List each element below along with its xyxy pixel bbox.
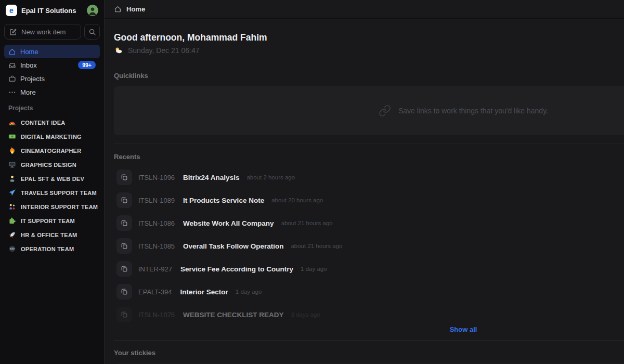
work-item-icon-box — [116, 238, 132, 254]
work-item-title: Bitrix24 Analysis — [183, 174, 239, 181]
work-item-time: about 21 hours ago — [281, 220, 333, 226]
rocket-icon — [8, 231, 16, 239]
work-item-icon-box — [116, 307, 132, 322]
sidebar-item-projects[interactable]: Projects — [4, 72, 100, 85]
work-item-title: Interior Sector — [180, 288, 228, 296]
work-item-title: It Products Service Note — [183, 197, 264, 204]
work-item-title: WEBSITE CHECKLIST READY — [183, 311, 284, 319]
breadcrumb-label: Home — [126, 5, 145, 13]
money-icon — [8, 133, 16, 140]
new-work-item-button[interactable]: New work item — [4, 24, 81, 40]
cloud-sun-icon — [114, 46, 123, 55]
workspace-name: Epal IT Solutions — [21, 7, 83, 15]
work-item-time: 1 day ago — [236, 289, 262, 295]
workspace-logo: e — [6, 5, 17, 16]
sidebar-project-content-idea[interactable]: CONTENT IDEA — [4, 115, 100, 129]
rainbow-icon — [8, 119, 16, 126]
recent-item[interactable]: ITSLN-1089 It Products Service Note abou… — [114, 189, 624, 212]
workspace-switcher[interactable]: e Epal IT Solutions — [4, 1, 100, 20]
monitor-icon — [8, 161, 16, 168]
sidebar-project-graphics-design[interactable]: GRAPHICS DESIGN — [4, 158, 100, 172]
work-item-id: EPALT-394 — [138, 288, 172, 296]
sidebar-projects: CONTENT IDEA DIGITAL MARKETING CINEMATOG… — [4, 115, 100, 256]
sidebar-nav: Home Inbox 99+ Projects More — [4, 45, 100, 99]
recents-list: ITSLN-1096 Bitrix24 Analysis about 2 hou… — [114, 166, 624, 326]
quicklinks-empty-panel[interactable]: Save links to work things that you'd lik… — [114, 86, 624, 135]
stacked-cards-icon — [120, 219, 128, 227]
work-item-id: ITSLN-1085 — [138, 242, 175, 250]
user-avatar[interactable] — [87, 5, 98, 16]
ninja-icon — [8, 245, 16, 253]
recent-item[interactable]: ITSLN-1075 WEBSITE CHECKLIST READY 3 day… — [114, 303, 624, 326]
work-item-time: 3 days ago — [291, 311, 320, 318]
content: Good afternoon, Mohammad Fahim Sunday, D… — [105, 32, 624, 364]
work-item-icon-box — [116, 192, 132, 208]
work-item-title: Overall Task Follow Operation — [183, 242, 283, 250]
sidebar-item-inbox[interactable]: Inbox 99+ — [4, 58, 100, 72]
work-item-title: Website Work All Company — [183, 219, 274, 227]
family-icon — [8, 203, 16, 211]
work-item-id: ITSLN-1086 — [138, 219, 175, 227]
sidebar-project-operation-team[interactable]: OPERATION TEAM — [4, 242, 100, 256]
stickies-title: Your stickies — [114, 349, 624, 357]
work-item-id: ITSLN-1075 — [138, 311, 175, 319]
sidebar-item-more[interactable]: More — [4, 85, 100, 99]
stacked-cards-icon — [120, 310, 128, 319]
work-item-icon-box — [116, 261, 132, 277]
stacked-cards-icon — [120, 242, 128, 250]
recent-item[interactable]: EPALT-394 Interior Sector 1 day ago — [114, 280, 624, 303]
sidebar: e Epal IT Solutions New work item Home I… — [0, 0, 105, 364]
work-item-title: Service Fee According to Country — [180, 265, 293, 273]
section-divider — [114, 144, 624, 144]
projects-section-label: Projects — [4, 99, 100, 115]
briefcase-icon — [8, 75, 16, 83]
sidebar-project-cinematographer[interactable]: CINEMATOGRAPHER — [4, 144, 100, 158]
work-item-icon-box — [116, 170, 132, 185]
home-icon — [114, 5, 122, 13]
work-item-icon-box — [116, 284, 132, 300]
quicklinks-title: Quicklinks — [114, 72, 624, 80]
puzzle-icon — [8, 217, 16, 225]
main-area: Home Good afternoon, Mohammad Fahim Sund… — [105, 0, 624, 364]
new-work-item-label: New work item — [21, 28, 66, 36]
sidebar-project-it-support-team[interactable]: IT SUPPORT TEAM — [4, 214, 100, 228]
sidebar-project-digital-marketing[interactable]: DIGITAL MARKETING — [4, 129, 100, 144]
fire-icon — [8, 147, 16, 154]
date-row: Sunday, Dec 21 06:47 — [114, 46, 624, 55]
recent-item[interactable]: INTER-927 Service Fee According to Count… — [114, 257, 624, 280]
new-item-row: New work item — [4, 24, 100, 40]
recents-title: Recents — [114, 153, 624, 161]
stacked-cards-icon — [120, 196, 128, 204]
sidebar-project-travels-support-team[interactable]: TRAVELS SUPPORT TEAM — [4, 186, 100, 200]
recent-item[interactable]: ITSLN-1096 Bitrix24 Analysis about 2 hou… — [114, 166, 624, 189]
link-icon — [379, 105, 391, 117]
work-item-time: about 20 hours ago — [271, 197, 323, 203]
show-all-link[interactable]: Show all — [450, 326, 477, 333]
work-item-time: 1 day ago — [301, 266, 327, 272]
work-item-time: about 2 hours ago — [246, 174, 295, 180]
sidebar-project-interior-support-team[interactable]: INTERIOR SUPPORT TEAM — [4, 200, 100, 214]
inbox-icon — [8, 61, 16, 69]
date-text: Sunday, Dec 21 06:47 — [128, 46, 200, 55]
recent-item[interactable]: ITSLN-1086 Website Work All Company abou… — [114, 212, 624, 235]
work-item-id: ITSLN-1096 — [138, 174, 175, 181]
edit-icon — [9, 28, 17, 36]
quicklinks-empty-text: Save links to work things that you'd lik… — [398, 107, 548, 115]
sidebar-project-hr-office-team[interactable]: HR & OFFICE TEAM — [4, 228, 100, 242]
section-divider — [114, 340, 624, 341]
sidebar-item-home[interactable]: Home — [4, 45, 100, 58]
work-item-id: INTER-927 — [138, 265, 172, 273]
work-item-icon-box — [116, 215, 132, 231]
sidebar-project-epal-sft-web-dev[interactable]: EPAL SFT & WEB DEV — [4, 172, 100, 186]
search-icon — [88, 28, 96, 36]
work-item-id: ITSLN-1089 — [138, 197, 175, 204]
search-button[interactable] — [84, 24, 100, 40]
dots-icon — [8, 88, 16, 96]
airplane-icon — [8, 189, 16, 197]
stacked-cards-icon — [120, 288, 128, 296]
greeting: Good afternoon, Mohammad Fahim — [114, 32, 624, 43]
recent-item[interactable]: ITSLN-1085 Overall Task Follow Operation… — [114, 235, 624, 257]
breadcrumb[interactable]: Home — [105, 0, 624, 19]
stacked-cards-icon — [120, 173, 128, 181]
unread-count-badge: 99+ — [78, 61, 96, 69]
